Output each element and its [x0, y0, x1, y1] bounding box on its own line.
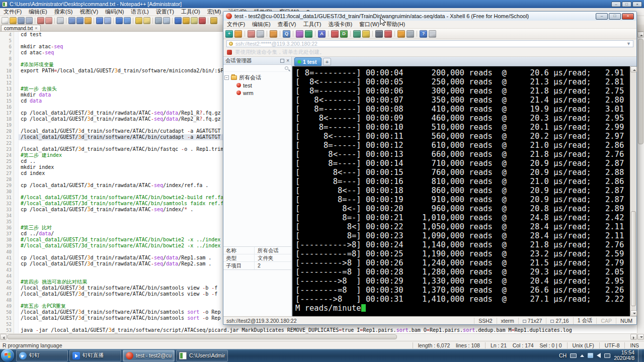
scroll-down-arrow-icon[interactable] [637, 334, 644, 340]
properties-icon[interactable] [296, 30, 303, 38]
xshell-close-button[interactable]: × [622, 13, 634, 20]
new-file-icon[interactable] [2, 17, 9, 24]
zoom-in-icon[interactable] [135, 17, 142, 24]
copy-icon[interactable] [76, 17, 84, 24]
scroll-up-arrow-icon[interactable] [637, 32, 644, 38]
fullscreen-icon[interactable] [353, 30, 361, 38]
notepad-menu-视图V[interactable]: 视图(V) [76, 8, 102, 16]
macro-stop-icon[interactable] [191, 17, 198, 24]
notepad-horizontal-scrollbar[interactable] [0, 333, 637, 340]
xshell-menu-帮助H[interactable]: 帮助(H) [383, 21, 409, 28]
word-wrap-icon[interactable] [155, 17, 162, 24]
notepad-vertical-scrollbar[interactable] [637, 32, 644, 340]
tree-expander-icon[interactable]: − [224, 75, 229, 80]
xshell-menu-窗口W[interactable]: 窗口(W) [356, 21, 383, 28]
tree-item-wrm[interactable]: wrm [224, 89, 290, 97]
notepad-titlebar[interactable]: C:\Users\Administrator\Desktop\command.t… [0, 0, 644, 8]
panel-close-icon[interactable]: × [286, 58, 289, 63]
terminal[interactable]: [ 8=---------] 00:00:04 200,000 reads @ … [292, 66, 630, 316]
start-button[interactable] [1, 349, 14, 362]
tree-item-test[interactable]: test [224, 81, 290, 89]
tab-close-icon[interactable]: × [35, 26, 37, 31]
extra-icon[interactable] [429, 30, 436, 38]
network-icon[interactable] [588, 353, 593, 358]
replace-icon[interactable] [124, 17, 131, 24]
keyboard-icon[interactable] [570, 353, 577, 358]
find-icon[interactable] [116, 17, 123, 24]
xshell-menu-工具T[interactable]: 工具(T) [299, 21, 325, 28]
keyboard-icon[interactable] [375, 30, 383, 38]
show-symbols-icon[interactable] [163, 17, 170, 24]
open-file-icon[interactable] [10, 17, 17, 24]
display-icon[interactable] [604, 353, 610, 358]
volume-icon[interactable] [597, 353, 601, 358]
taskbar-button-dingtalk-live[interactable]: 钉钉直播 [69, 350, 121, 361]
send-text-icon[interactable] [331, 30, 339, 38]
save-icon[interactable] [18, 17, 25, 24]
notepad-hscroll-thumb[interactable] [7, 334, 397, 339]
xshell-menu-查看V[interactable]: 查看(V) [274, 21, 300, 28]
notepad-menu-编辑E[interactable]: 编辑(E) [25, 8, 51, 16]
print-icon[interactable] [57, 17, 64, 24]
xshell-titlebar[interactable]: test - test2@cu-0011:/local_data1/GUEST/… [223, 12, 636, 21]
pin-icon[interactable] [280, 59, 284, 63]
reconnect-icon[interactable] [257, 30, 264, 38]
monitor-icon[interactable] [210, 17, 217, 24]
new-session-icon[interactable]: + [225, 30, 233, 38]
tab-1-test[interactable]: 1 test [294, 57, 321, 66]
notepad-menu-宏M[interactable]: 宏(M) [204, 8, 225, 16]
show-desktop-button[interactable] [638, 349, 642, 362]
file-manager-icon[interactable]: D [340, 30, 348, 38]
taskbar-button-xshell[interactable]: test - test2@cu... [123, 350, 175, 361]
taskbar-button-dingtalk[interactable]: 钉钉 [16, 350, 68, 361]
xshell-menu-文件F[interactable]: 文件(F) [223, 21, 249, 28]
notepad-menu-搜索S[interactable]: 搜索(S) [51, 8, 76, 16]
notepad-menu-文件F[interactable]: 文件(F) [0, 8, 25, 16]
notepad-menu-工具O[interactable]: 工具(O) [178, 8, 204, 16]
disconnect-icon[interactable] [248, 30, 255, 38]
close-all-icon[interactable] [45, 17, 52, 24]
paste-icon[interactable] [85, 17, 92, 24]
tree-item-all-sessions[interactable]: − 所有会话 [224, 74, 290, 81]
taskbar-button-notepad[interactable]: C:\Users\Admini... [176, 350, 228, 361]
address-input[interactable]: ssh://test2:*****@119.3.200.180:22 ▼ [226, 40, 633, 47]
plugins-icon[interactable] [199, 17, 206, 24]
terminal-scroll-down-icon[interactable] [630, 310, 637, 316]
xshell-menu-选项卡B[interactable]: 选项卡(B) [325, 21, 356, 28]
color-scheme-icon[interactable] [305, 30, 312, 38]
zoom-out-icon[interactable] [143, 17, 150, 24]
close-icon[interactable] [37, 17, 44, 24]
quick-command-bar[interactable]: 要使用快速命令集，请单击此处创建。 [223, 48, 636, 57]
save-all-icon[interactable] [26, 17, 33, 24]
macro-record-icon[interactable] [175, 17, 182, 24]
cut-icon[interactable] [68, 17, 75, 24]
clock[interactable]: 15:54 2020/4/8 [614, 350, 634, 361]
open-session-icon[interactable] [234, 30, 242, 38]
xshell-minimize-button[interactable]: – [596, 13, 608, 20]
scroll-left-arrow-icon[interactable] [0, 334, 7, 340]
notepad-minimize-button[interactable]: – [611, 2, 621, 7]
find-icon[interactable]: Q [283, 30, 290, 38]
address-dropdown-arrow-icon[interactable]: ▼ [624, 41, 631, 46]
terminal-scroll-thumb[interactable] [631, 211, 636, 306]
hidden-icons-arrow-icon[interactable] [580, 354, 584, 357]
terminal-scroll-up-icon[interactable] [630, 66, 637, 72]
transfer-icon[interactable] [270, 30, 277, 38]
new-tab-button[interactable]: + [323, 58, 331, 65]
compose-icon[interactable] [384, 30, 392, 38]
macro-play-icon[interactable] [183, 17, 190, 24]
undo-icon[interactable] [96, 17, 103, 24]
lock-screen-icon[interactable] [362, 30, 370, 38]
xshell-menu-编辑E[interactable]: 编辑(E) [249, 21, 274, 28]
notepad-close-button[interactable]: × [632, 2, 642, 7]
xshell-maximize-button[interactable]: □ [609, 13, 621, 20]
notepad-menu-编码N[interactable]: 编码(N) [102, 8, 127, 16]
new-file-icon[interactable] [397, 30, 405, 38]
redo-icon[interactable] [104, 17, 111, 24]
notepad-menu-设置T[interactable]: 设置(T) [152, 8, 178, 16]
help-icon[interactable]: ? [420, 30, 427, 38]
notepad-menu-语言L[interactable]: 语言(L) [127, 8, 152, 16]
font-icon[interactable]: A [318, 30, 326, 38]
ime-indicator[interactable]: CH [559, 352, 567, 358]
tab-command-txt[interactable]: command.txt × [1, 25, 41, 31]
